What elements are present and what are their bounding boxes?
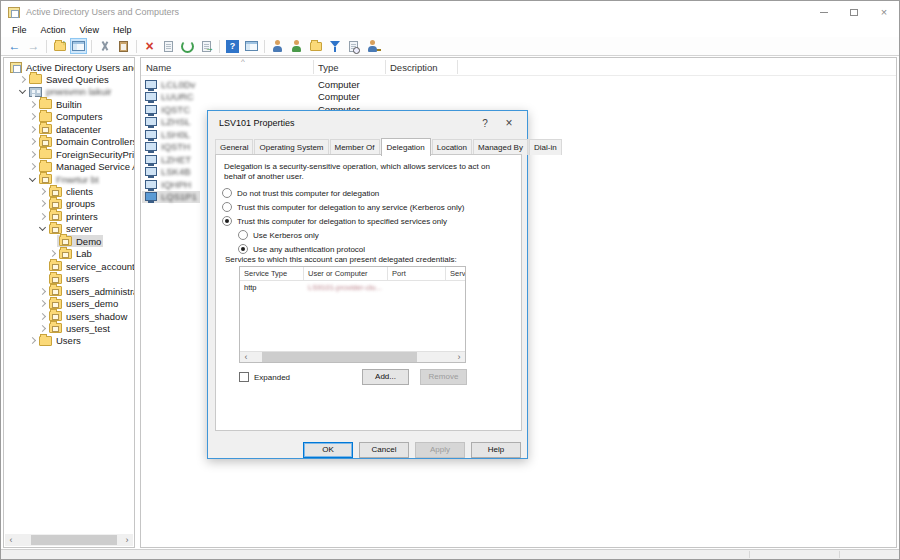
cancel-button[interactable]: Cancel	[359, 442, 409, 458]
tree-item-groups[interactable]: groups	[38, 198, 97, 210]
radio-button[interactable]	[222, 188, 232, 198]
list-item[interactable]: LCL0DvComputer	[141, 78, 896, 90]
cut-icon[interactable]	[96, 38, 113, 54]
expand-arrow-icon[interactable]	[28, 112, 37, 121]
tree-item-foreignsecurityprincipals[interactable]: ForeignSecurityPrincipals	[28, 148, 134, 160]
list-item[interactable]: LUURCComputer	[141, 91, 896, 103]
tree-item-managed-service-accounts[interactable]: Managed Service Accounts	[28, 161, 134, 173]
column-divider[interactable]	[457, 60, 458, 74]
paste-icon[interactable]	[115, 38, 132, 54]
tree-item-printers[interactable]: printers	[38, 210, 100, 222]
scroll-right-icon[interactable]: ›	[453, 351, 465, 363]
scroll-right-icon[interactable]: ›	[121, 534, 133, 546]
services-scroll-thumb[interactable]	[262, 352, 417, 362]
expand-arrow-icon[interactable]	[38, 312, 47, 321]
menu-help[interactable]: Help	[106, 24, 139, 36]
minimize-button[interactable]	[809, 1, 839, 23]
services-column-user-or-computer[interactable]: User or Computer	[304, 267, 388, 281]
expand-arrow-icon[interactable]	[28, 100, 37, 109]
tree-item-datacenter[interactable]: datacenter	[28, 123, 103, 135]
tab-member-of[interactable]: Member Of	[330, 139, 380, 155]
properties-icon[interactable]	[160, 38, 177, 54]
expanded-checkbox[interactable]	[239, 372, 249, 382]
services-table-scrollbar[interactable]: ‹ ›	[240, 351, 465, 362]
services-row[interactable]: httpLS9101-provider-clu...	[240, 281, 465, 294]
tree-item-users-shadow[interactable]: users_shadow	[38, 310, 129, 322]
expand-arrow-icon[interactable]	[38, 299, 47, 308]
expand-arrow-icon[interactable]	[38, 287, 47, 296]
tab-dial-in[interactable]: Dial-in	[529, 139, 562, 155]
tree-item-pnwsvmn-lakuir[interactable]: pnwsvmn lakuir	[18, 86, 113, 98]
delete-icon[interactable]	[141, 38, 158, 54]
radio-button[interactable]	[238, 230, 248, 240]
services-column-port[interactable]: Port	[388, 267, 446, 281]
services-scroll-track[interactable]	[252, 351, 453, 363]
tree-item-users-administrative[interactable]: users_administrative	[38, 285, 134, 297]
export-list-icon[interactable]	[198, 38, 215, 54]
forward-icon[interactable]	[25, 38, 42, 54]
radio-button[interactable]	[222, 202, 232, 212]
close-button[interactable]: ×	[869, 1, 899, 23]
expand-arrow-icon[interactable]	[28, 125, 37, 134]
new-group-icon[interactable]	[288, 38, 305, 54]
delegate-icon[interactable]	[364, 38, 381, 54]
column-header-description[interactable]: Description	[390, 62, 438, 73]
expand-arrow-icon[interactable]	[38, 187, 47, 196]
tree-item-domain-controllers[interactable]: Domain Controllers	[28, 136, 134, 148]
tab-operating-system[interactable]: Operating System	[254, 139, 328, 155]
tab-managed-by[interactable]: Managed By	[473, 139, 528, 155]
tree-item-lab[interactable]: Lab	[48, 248, 94, 260]
services-column-service-na[interactable]: Service Na	[446, 267, 466, 281]
radio-do-not-trust-this-computer-for-delegation[interactable]: Do not trust this computer for delegatio…	[222, 188, 379, 198]
expand-arrow-icon[interactable]	[38, 324, 47, 333]
expand-arrow-icon[interactable]	[18, 75, 27, 84]
column-divider[interactable]	[385, 60, 386, 74]
expand-arrow-icon[interactable]	[28, 336, 37, 345]
tab-delegation[interactable]: Delegation	[381, 138, 431, 156]
new-ou-icon[interactable]	[307, 38, 324, 54]
expand-arrow-icon[interactable]	[48, 249, 57, 258]
radio-button[interactable]	[238, 244, 248, 254]
dialog-close-button[interactable]: ×	[501, 115, 517, 131]
tree-item-demo[interactable]: Demo	[48, 235, 103, 247]
tree-item-fnwrtur-bt[interactable]: Fnwrtur bt	[28, 173, 101, 185]
tree-scroll-thumb[interactable]	[31, 535, 117, 545]
column-header-type[interactable]: Type	[318, 62, 339, 73]
maximize-button[interactable]	[839, 1, 869, 23]
show-window-icon[interactable]	[243, 38, 260, 54]
tree-item-users-test[interactable]: users_test	[38, 322, 112, 334]
scroll-left-icon[interactable]: ‹	[240, 351, 252, 363]
back-icon[interactable]	[6, 38, 23, 54]
collapse-arrow-icon[interactable]	[18, 87, 27, 96]
apply-button[interactable]: Apply	[415, 442, 465, 458]
tree-item-service-accounts[interactable]: service_accounts	[38, 260, 134, 272]
radio-trust-this-computer-for-delegation-to-specified-services-only[interactable]: Trust this computer for delegation to sp…	[222, 216, 447, 226]
new-user-icon[interactable]	[269, 38, 286, 54]
tree-scroll-track[interactable]	[17, 534, 121, 546]
tree-item-computers[interactable]: Computers	[28, 111, 104, 123]
filter-icon[interactable]	[326, 38, 343, 54]
remove-button[interactable]: Remove	[420, 369, 467, 385]
ok-button[interactable]: OK	[303, 442, 353, 458]
scroll-left-icon[interactable]: ‹	[5, 534, 17, 546]
tree-horizontal-scrollbar[interactable]: ‹ ›	[5, 534, 133, 546]
menu-file[interactable]: File	[5, 24, 34, 36]
expand-arrow-icon[interactable]	[38, 212, 47, 221]
tree-item-users-demo[interactable]: users_demo	[38, 298, 120, 310]
help-icon[interactable]	[224, 38, 241, 54]
radio-use-any-authentication-protocol[interactable]: Use any authentication protocol	[238, 244, 365, 254]
services-column-service-type[interactable]: Service Type	[240, 267, 304, 281]
find-icon[interactable]	[345, 38, 362, 54]
dialog-help-button[interactable]: ?	[477, 115, 493, 131]
add-button[interactable]: Add...	[362, 369, 409, 385]
tab-location[interactable]: Location	[432, 139, 472, 155]
column-divider[interactable]	[313, 60, 314, 74]
collapse-arrow-icon[interactable]	[28, 175, 37, 184]
expand-arrow-icon[interactable]	[28, 162, 37, 171]
tree-item-users[interactable]: users	[38, 273, 91, 285]
tree-item-builtin[interactable]: Builtin	[28, 98, 84, 110]
menu-action[interactable]: Action	[34, 24, 73, 36]
refresh-icon[interactable]	[179, 38, 196, 54]
radio-use-kerberos-only[interactable]: Use Kerberos only	[238, 230, 319, 240]
expand-arrow-icon[interactable]	[38, 199, 47, 208]
